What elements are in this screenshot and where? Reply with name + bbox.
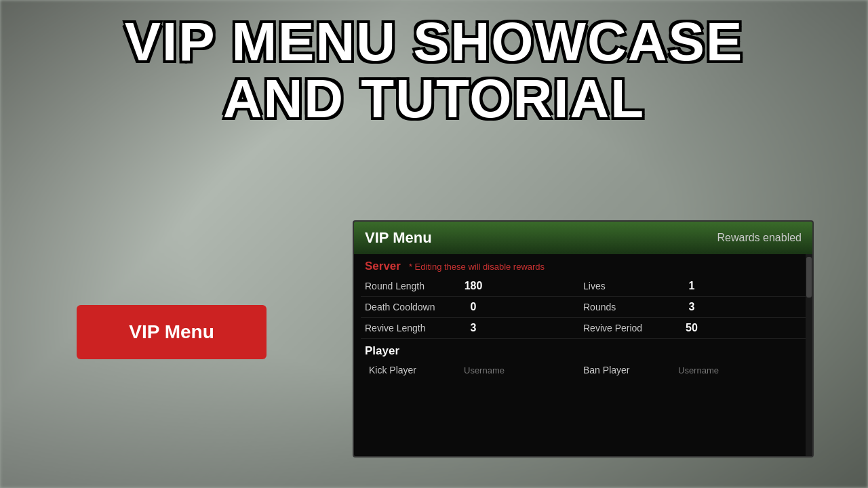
server-section-name: Server [365,260,401,273]
round-length-value: 180 [460,280,487,292]
title-line1: VIP MENU SHOWCASE [0,14,868,70]
ban-player-action: Ban Player Username [583,365,797,375]
player-actions-row: Kick Player Username Ban Player Username [365,362,802,378]
panel-header: VIP Menu Rewards enabled [354,222,812,254]
kick-player-action: Kick Player Username [369,365,583,375]
vip-menu-button[interactable]: VIP Menu [77,305,267,359]
player-section-label: Player [365,344,802,358]
server-section-header: Server * Editing these will disable rewa… [361,254,806,276]
setting-round-length: Round Length 180 [365,280,583,292]
scrollbar[interactable] [806,254,812,458]
revive-period-label: Revive Period [583,323,678,333]
settings-row-0: Round Length 180 Lives 1 [361,276,806,297]
death-cooldown-value: 0 [460,301,487,313]
panel-title: VIP Menu [365,229,432,247]
kick-player-input[interactable]: Username [464,365,505,375]
vip-menu-panel: VIP Menu Rewards enabled Server * Editin… [353,220,814,458]
lives-label: Lives [583,281,678,291]
panel-body: Server * Editing these will disable rewa… [354,254,812,381]
rounds-label: Rounds [583,302,678,312]
revive-length-value: 3 [460,322,487,334]
scrollbar-thumb [806,257,812,298]
server-section-note: * Editing these will disable rewards [409,262,545,272]
revive-period-value: 50 [678,322,705,334]
setting-revive-period: Revive Period 50 [583,322,802,334]
round-length-label: Round Length [365,281,460,291]
setting-revive-length: Revive Length 3 [365,322,583,334]
setting-rounds: Rounds 3 [583,301,802,313]
revive-length-label: Revive Length [365,323,460,333]
setting-lives: Lives 1 [583,280,802,292]
rounds-value: 3 [678,301,705,313]
title-line2: AND TUTORIAL [0,70,868,127]
kick-player-label: Kick Player [369,365,464,375]
settings-row-2: Revive Length 3 Revive Period 50 [361,318,806,339]
settings-row-1: Death Cooldown 0 Rounds 3 [361,297,806,318]
lives-value: 1 [678,280,705,292]
death-cooldown-label: Death Cooldown [365,302,460,312]
ban-player-input[interactable]: Username [678,365,719,375]
setting-death-cooldown: Death Cooldown 0 [365,301,583,313]
vip-button-label: VIP Menu [129,321,214,343]
ban-player-label: Ban Player [583,365,678,375]
rewards-label: Rewards enabled [717,232,802,244]
page-title: VIP MENU SHOWCASE AND TUTORIAL [0,14,868,127]
player-section: Player Kick Player Username Ban Player U… [361,339,806,381]
